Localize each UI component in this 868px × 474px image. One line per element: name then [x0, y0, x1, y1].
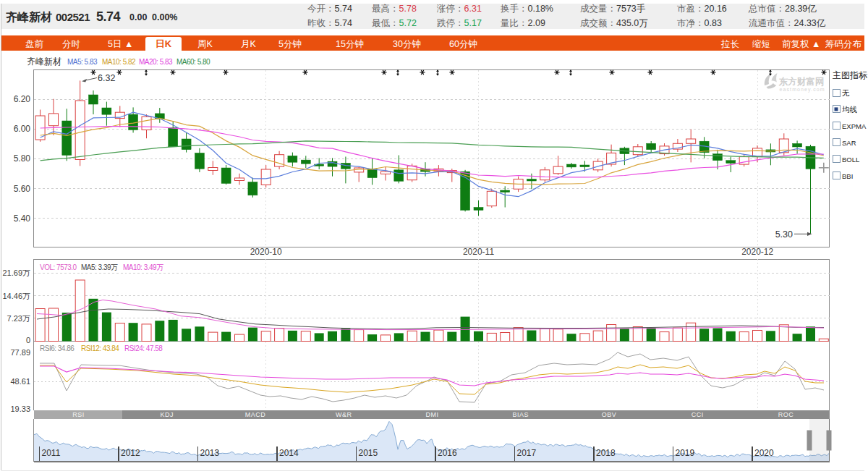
- svg-text:齐峰新材: 齐峰新材: [27, 56, 61, 67]
- svg-text:DMI: DMI: [426, 411, 439, 418]
- svg-text:2012: 2012: [121, 448, 140, 458]
- svg-text:2014: 2014: [279, 448, 299, 458]
- svg-text:5.60: 5.60: [14, 184, 31, 194]
- svg-text:MA10: 5.82: MA10: 5.82: [102, 58, 136, 66]
- svg-text:2020-11: 2020-11: [463, 247, 494, 257]
- svg-text:14.46万: 14.46万: [2, 292, 30, 300]
- svg-text:2019: 2019: [676, 448, 695, 458]
- svg-text:eastmoney.com: eastmoney.com: [780, 87, 825, 93]
- svg-text:OBV: OBV: [602, 411, 617, 418]
- svg-text:MA10: 3.49万: MA10: 3.49万: [123, 263, 163, 271]
- svg-text:BIAS: BIAS: [512, 411, 529, 418]
- svg-text:5.30: 5.30: [775, 229, 793, 240]
- svg-text:2013: 2013: [200, 448, 220, 458]
- svg-text:RSI: RSI: [72, 411, 85, 418]
- svg-text:SAR: SAR: [842, 139, 856, 147]
- svg-text:MA20: 5.83: MA20: 5.83: [139, 58, 173, 66]
- svg-text:0: 0: [26, 336, 30, 344]
- svg-text:BBI: BBI: [842, 172, 853, 180]
- svg-text:2018: 2018: [596, 448, 616, 458]
- svg-text:RSI24: 47.58: RSI24: 47.58: [124, 344, 163, 352]
- svg-text:2017: 2017: [517, 448, 537, 458]
- svg-text:6.20: 6.20: [14, 94, 31, 104]
- svg-text:W&R: W&R: [336, 411, 352, 418]
- svg-text:主图指标: 主图指标: [833, 70, 868, 80]
- svg-text:ROC: ROC: [778, 411, 794, 418]
- svg-text:5.40: 5.40: [14, 213, 31, 224]
- svg-text:RSI12: 43.84: RSI12: 43.84: [81, 344, 119, 352]
- svg-text:77.89: 77.89: [10, 348, 30, 357]
- svg-text:7.23万: 7.23万: [7, 314, 30, 323]
- svg-text:EXPMA: EXPMA: [842, 122, 867, 130]
- svg-text:2020-12: 2020-12: [741, 247, 773, 257]
- svg-text:21.69万: 21.69万: [2, 268, 30, 277]
- svg-text:48.61: 48.61: [10, 377, 30, 386]
- svg-text:BOLL: BOLL: [842, 156, 859, 164]
- svg-text:2015: 2015: [359, 448, 378, 458]
- svg-text:MACD: MACD: [245, 411, 266, 418]
- svg-text:MA5: 3.39万: MA5: 3.39万: [81, 263, 118, 271]
- svg-text:无: 无: [842, 88, 850, 97]
- svg-text:VOL: 7573.0: VOL: 7573.0: [40, 263, 77, 271]
- svg-text:东方财富网: 东方财富网: [778, 76, 825, 87]
- svg-text:2011: 2011: [42, 448, 61, 458]
- svg-text:5.80: 5.80: [14, 153, 31, 164]
- svg-text:6.00: 6.00: [14, 124, 31, 134]
- svg-text:RSI6: 34.86: RSI6: 34.86: [40, 344, 75, 352]
- svg-text:19.33: 19.33: [10, 405, 30, 413]
- svg-text:MA60: 5.80: MA60: 5.80: [176, 58, 210, 66]
- svg-text:均线: 均线: [842, 105, 858, 114]
- svg-text:2016: 2016: [438, 448, 457, 458]
- svg-text:6.32: 6.32: [98, 73, 115, 83]
- svg-text:2020-10: 2020-10: [250, 247, 282, 257]
- svg-text:KDJ: KDJ: [161, 411, 174, 418]
- svg-text:CCI: CCI: [692, 411, 704, 418]
- svg-text:MA5: 5.83: MA5: 5.83: [67, 58, 98, 66]
- svg-text:2020: 2020: [754, 448, 774, 458]
